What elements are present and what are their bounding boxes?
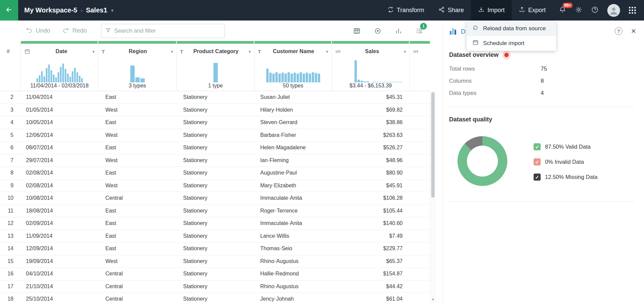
cell-customer[interactable]: Barbara·Fisher bbox=[254, 132, 332, 138]
column-histogram[interactable]: 3 types bbox=[98, 59, 176, 91]
column-histogram[interactable]: 1 type bbox=[176, 59, 254, 91]
cell-region[interactable]: East bbox=[98, 220, 176, 226]
table-row[interactable]: 1118/08/2014EastStationeryRoger·Terrence… bbox=[0, 205, 430, 218]
table-row[interactable]: 211/04/2014EastStationerySusan·Juliet$45… bbox=[0, 91, 430, 104]
cell-sales[interactable]: $69.82 bbox=[332, 107, 409, 113]
cell-date[interactable]: 02/08/2014 bbox=[21, 170, 98, 176]
cell-category[interactable]: Stationery bbox=[176, 220, 254, 226]
cell-customer[interactable]: Mary·Elizabeth bbox=[254, 183, 332, 189]
cell-sales[interactable]: $106.28 bbox=[332, 195, 409, 201]
cell-sales[interactable]: $45.31 bbox=[332, 94, 409, 100]
cell-region[interactable]: East bbox=[98, 119, 176, 125]
column-header[interactable]: 123Sales▾ bbox=[332, 44, 409, 59]
back-button[interactable] bbox=[0, 0, 18, 21]
column-menu-caret-icon[interactable]: ▾ bbox=[92, 49, 95, 54]
cell-category[interactable]: Stationery bbox=[176, 107, 254, 113]
table-row[interactable]: 1825/10/2014CentralStationeryJency·Johna… bbox=[0, 293, 430, 303]
cell-region[interactable]: East bbox=[98, 208, 176, 214]
cell-sales[interactable]: $80.90 bbox=[332, 170, 409, 176]
redo-button[interactable]: Redo bbox=[62, 27, 87, 35]
cell-date[interactable]: 01/05/2014 bbox=[21, 107, 98, 113]
cell-date[interactable]: 02/09/2014 bbox=[21, 220, 98, 226]
vertical-scrollbar[interactable]: ▾ bbox=[430, 91, 436, 303]
cell-sales[interactable]: $38.86 bbox=[332, 119, 409, 125]
import-button[interactable]: Import bbox=[471, 0, 512, 21]
cell-date[interactable]: 12/06/2014 bbox=[21, 132, 98, 138]
settings-button[interactable] bbox=[575, 6, 582, 15]
cell-sales[interactable]: $45.91 bbox=[332, 183, 409, 189]
column-menu-caret-icon[interactable]: ▾ bbox=[171, 49, 173, 54]
cell-sales[interactable]: $48.96 bbox=[332, 157, 409, 163]
table-view-icon[interactable] bbox=[353, 27, 361, 35]
table-row[interactable]: 1202/09/2014EastStationeryImmaculate·Ani… bbox=[0, 217, 430, 230]
valid-checkbox-icon[interactable]: ✓ bbox=[534, 143, 541, 150]
cell-region[interactable]: East bbox=[98, 233, 176, 239]
menu-item-reload-data[interactable]: Reload data from source bbox=[467, 21, 556, 36]
cell-sales[interactable]: $154.87 bbox=[332, 271, 409, 277]
cell-customer[interactable]: Hallie·Redmond bbox=[254, 271, 332, 277]
menu-item-schedule-import[interactable]: Schedule import bbox=[467, 36, 556, 51]
cell-sales[interactable]: $44.42 bbox=[332, 283, 409, 290]
close-icon[interactable]: ✕ bbox=[631, 27, 636, 35]
column-header[interactable]: TCustomer Name▾ bbox=[254, 44, 332, 59]
column-menu-caret-icon[interactable]: ▾ bbox=[326, 49, 328, 54]
cell-category[interactable]: Stationery bbox=[176, 145, 254, 151]
cell-category[interactable]: Stationery bbox=[176, 258, 254, 264]
dataset-chevron-down-icon[interactable]: ▾ bbox=[111, 8, 113, 13]
cell-date[interactable]: 10/05/2014 bbox=[21, 119, 98, 125]
search-input[interactable] bbox=[114, 28, 221, 34]
user-avatar[interactable] bbox=[607, 4, 620, 17]
cell-date[interactable]: 21/10/2014 bbox=[21, 283, 98, 290]
column-header[interactable]: TRegion▾ bbox=[98, 44, 176, 59]
cell-category[interactable]: Stationery bbox=[176, 157, 254, 163]
table-row[interactable]: 301/05/2014WestStationeryHilary·Holden$6… bbox=[0, 104, 430, 117]
cell-customer[interactable]: Helen·Magadalene bbox=[254, 145, 332, 151]
column-histogram[interactable]: 11/04/2014 - 02/03/2018 bbox=[21, 59, 98, 91]
table-row[interactable]: 608/07/2014EastStationeryHelen·Magadalen… bbox=[0, 142, 430, 154]
table-row[interactable]: 410/05/2014EastStationerySteven·Gerrard$… bbox=[0, 116, 430, 129]
column-header[interactable]: # bbox=[0, 44, 21, 59]
cell-customer[interactable]: Steven·Gerrard bbox=[254, 119, 332, 125]
table-row[interactable]: 902/08/2014WestStationeryMary·Elizabeth$… bbox=[0, 180, 430, 192]
export-button[interactable]: Export bbox=[512, 0, 553, 21]
cell-region[interactable]: Central bbox=[98, 271, 176, 277]
cell-date[interactable]: 12/09/2014 bbox=[21, 245, 98, 252]
invalid-checkbox-icon[interactable]: ✓ bbox=[534, 158, 541, 165]
cell-customer[interactable]: Roger·Terrence bbox=[254, 208, 332, 214]
cell-sales[interactable]: $140.60 bbox=[332, 220, 409, 226]
cell-category[interactable]: Stationery bbox=[176, 283, 254, 290]
cell-sales[interactable]: $61.04 bbox=[332, 296, 409, 302]
workspace-name[interactable]: My Workspace-5 bbox=[24, 6, 77, 14]
cell-customer[interactable]: Rhino·Augustus bbox=[254, 258, 332, 264]
table-row[interactable]: 1721/10/2014CentralStationeryRhino·Augus… bbox=[0, 280, 430, 293]
cell-region[interactable]: East bbox=[98, 94, 176, 100]
cell-region[interactable]: Central bbox=[98, 283, 176, 290]
notifications-button[interactable]: 99+ bbox=[559, 6, 566, 15]
column-header[interactable]: 123 bbox=[409, 44, 430, 59]
column-menu-caret-icon[interactable]: ▾ bbox=[404, 49, 406, 54]
share-button[interactable]: Share bbox=[431, 0, 471, 21]
cell-customer[interactable]: Augustine·Paul bbox=[254, 170, 332, 176]
scrollbar-down-arrow[interactable]: ▾ bbox=[430, 296, 436, 302]
column-header[interactable]: Date▾ bbox=[21, 44, 98, 59]
cell-customer[interactable]: Thomas·Seio bbox=[254, 245, 332, 252]
search-box[interactable] bbox=[101, 24, 225, 38]
cell-date[interactable]: 11/04/2014 bbox=[21, 94, 98, 100]
dataset-name[interactable]: Sales1 bbox=[86, 6, 107, 14]
table-row[interactable]: 1412/09/2014EastStationeryThomas·Seio$22… bbox=[0, 242, 430, 255]
panel-help-icon[interactable]: ? bbox=[615, 27, 622, 35]
cell-region[interactable]: West bbox=[98, 183, 176, 189]
cell-category[interactable]: Stationery bbox=[176, 132, 254, 138]
cell-date[interactable]: 08/07/2014 bbox=[21, 145, 98, 151]
table-row[interactable]: 1010/08/2014CentralStationeryImmaculate·… bbox=[0, 192, 430, 205]
cell-region[interactable]: East bbox=[98, 245, 176, 252]
cell-customer[interactable]: Immaculate·Anita bbox=[254, 220, 332, 226]
cell-region[interactable]: West bbox=[98, 132, 176, 138]
scrollbar-thumb[interactable] bbox=[431, 92, 435, 198]
cell-customer[interactable]: Immaculate·Anita bbox=[254, 195, 332, 201]
column-menu-caret-icon[interactable]: ▾ bbox=[248, 49, 251, 54]
table-row[interactable]: 729/07/2014WestStationeryIan·Fleming$48.… bbox=[0, 154, 430, 167]
table-row[interactable]: 512/06/2014WestStationeryBarbara·Fisher$… bbox=[0, 129, 430, 142]
cell-date[interactable]: 02/08/2014 bbox=[21, 183, 98, 189]
cell-category[interactable]: Stationery bbox=[176, 245, 254, 252]
